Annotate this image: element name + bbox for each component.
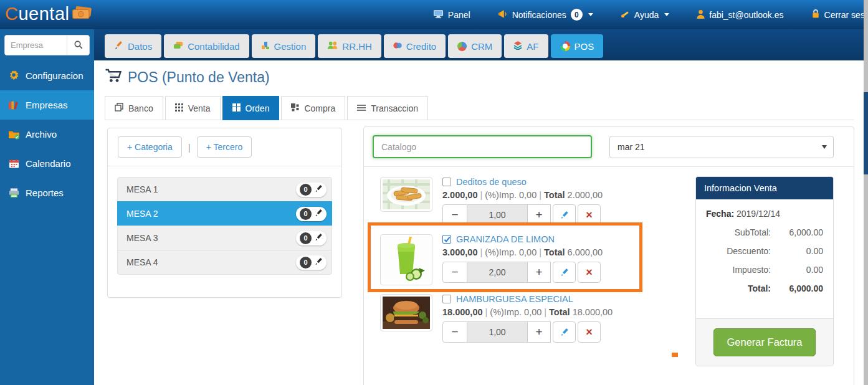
qty-minus-button[interactable]: − (442, 262, 467, 283)
tab-venta[interactable]: Venta (165, 96, 221, 120)
product-checkbox[interactable] (442, 178, 451, 186)
qty-input[interactable] (467, 321, 528, 343)
tab-label: Compra (304, 103, 335, 113)
nav-help-label: Ayuda (634, 10, 659, 20)
sidebar-item-label: Archivo (26, 129, 57, 140)
qty-input[interactable] (467, 204, 528, 226)
nav-user-account[interactable]: fabi_st@outlook.es (697, 9, 783, 21)
sidebar-item-configuracion[interactable]: Configuracion (0, 60, 94, 90)
tab-label: CRM (471, 41, 492, 52)
table-row-actions[interactable]: 0 (296, 255, 327, 270)
lock-icon (811, 9, 820, 21)
table-row-actions[interactable]: 0 (296, 207, 327, 221)
qty-minus-button[interactable]: − (442, 204, 467, 226)
total-label: Total: (706, 283, 780, 293)
add-category-button[interactable]: + Categoria (118, 136, 182, 158)
table-row-actions[interactable]: 0 (296, 183, 327, 197)
tab-transaccion[interactable]: Transaccion (347, 96, 428, 120)
tab-banco[interactable]: Banco (105, 96, 163, 120)
edit-pencil-icon[interactable] (315, 233, 323, 243)
page-scrollbar[interactable] (864, 0, 868, 385)
view-tabs: Banco Venta Orden Compra Transaccion (105, 96, 430, 120)
tab-label: Orden (246, 103, 270, 113)
sidebar-item-calendario[interactable]: Calendario (0, 149, 94, 178)
gear-icon (7, 70, 20, 81)
app-logo[interactable]: Cuental (5, 4, 93, 24)
sale-info-header: Informacion Venta (696, 177, 833, 199)
tab-contabilidad[interactable]: Contabilidad (164, 34, 249, 58)
tab-datos[interactable]: Datos (105, 34, 161, 58)
edit-product-button[interactable] (553, 262, 576, 283)
sidebar-menu: Configuracion Empresas Archivo Calendari… (0, 60, 94, 207)
wrench-icon (621, 9, 630, 21)
qty-minus-button[interactable]: − (442, 321, 467, 343)
product-checkbox[interactable] (442, 235, 451, 244)
table-row-mesa-2[interactable]: MESA 2 0 (117, 201, 332, 226)
tab-af[interactable]: AF (504, 34, 548, 58)
company-search (4, 35, 90, 55)
nav-notifications[interactable]: Notificaciones 0 (498, 9, 593, 21)
edit-pencil-icon[interactable] (315, 209, 323, 219)
product-name[interactable]: HAMBURGUESA ESPECIAL (456, 294, 573, 304)
product-info: Deditos de queso 2.000,00|(%)Imp. 0,00|T… (442, 177, 603, 226)
search-icon (74, 40, 83, 51)
tab-crm[interactable]: CRM (448, 34, 502, 58)
product-image-hamburguesa (380, 294, 432, 331)
qty-input[interactable] (467, 262, 528, 283)
megaphone-icon (498, 9, 508, 21)
product-checkbox[interactable] (442, 295, 451, 303)
table-row-actions[interactable]: 0 (296, 231, 327, 245)
product-name[interactable]: GRANIZADA DE LIMON (456, 234, 555, 244)
sale-info-body: Fecha: 2019/12/14 SubTotal: 6,000.00 Des… (696, 199, 833, 318)
edit-product-button[interactable] (553, 321, 576, 343)
tab-compra[interactable]: Compra (281, 96, 345, 120)
tables-panel-header: + Categoria | + Tercero (108, 128, 341, 166)
tab-gestion[interactable]: Gestion (252, 34, 316, 58)
qty-plus-button[interactable]: + (528, 204, 551, 226)
remove-product-button[interactable]: × (578, 321, 601, 343)
company-search-input[interactable] (5, 36, 67, 55)
stacked-cards-icon (173, 41, 183, 52)
remove-product-button[interactable]: × (578, 262, 601, 283)
tab-pos[interactable]: POS (551, 34, 604, 58)
books-icon (7, 100, 20, 110)
sidebar-item-empresas[interactable]: Empresas (0, 90, 94, 120)
chevron-down-icon (822, 145, 827, 149)
nav-panel-label: Panel (448, 10, 470, 20)
table-row-mesa-3[interactable]: MESA 3 0 (117, 226, 332, 250)
edit-pencil-icon[interactable] (315, 257, 323, 267)
qty-plus-button[interactable]: + (528, 321, 551, 343)
tab-orden[interactable]: Orden (222, 96, 280, 120)
tab-credito[interactable]: Credito (384, 34, 446, 58)
edit-product-button[interactable] (553, 204, 576, 226)
printer-icon (7, 188, 20, 198)
page-title: POS (Punto de Venta) (105, 69, 270, 87)
monitor-icon (433, 9, 444, 21)
catalog-filters: mar 21 (364, 127, 854, 167)
nav-help[interactable]: Ayuda (621, 9, 669, 21)
scrollbar-thumb[interactable] (864, 92, 868, 174)
edit-pencil-icon[interactable] (315, 184, 323, 194)
product-price-line: 2.000,00|(%)Imp. 0,00|Total 2.000,00 (442, 190, 603, 200)
product-tax: (%)Imp. 0,00 (490, 307, 541, 317)
table-row-mesa-1[interactable]: MESA 1 0 (117, 177, 332, 202)
nav-logout[interactable]: Cerrar sesi (811, 9, 867, 21)
catalog-search-input[interactable] (373, 135, 592, 158)
company-search-button[interactable] (67, 36, 88, 55)
date-select[interactable]: mar 21 (609, 136, 834, 158)
nav-panel[interactable]: Panel (433, 9, 470, 21)
remove-product-button[interactable]: × (578, 204, 601, 226)
generate-invoice-button[interactable]: Generar Factura (713, 328, 815, 356)
add-third-party-button[interactable]: + Tercero (197, 136, 252, 158)
sidebar-item-reportes[interactable]: Reportes (0, 178, 94, 207)
tab-label: RR.HH (342, 41, 372, 52)
product-price-line: 18.000,00|(%)Imp. 0,00|Total 18.000,00 (442, 307, 613, 317)
product-name[interactable]: Deditos de queso (456, 177, 527, 187)
table-row-mesa-4[interactable]: MESA 4 0 (117, 250, 332, 275)
tab-rrhh[interactable]: RR.HH (318, 34, 381, 58)
calendar-icon (7, 159, 20, 169)
qty-plus-button[interactable]: + (528, 262, 551, 283)
sidebar-item-label: Empresas (26, 100, 68, 110)
product-price: 3.000,00 (442, 247, 477, 257)
sidebar-item-archivo[interactable]: Archivo (0, 120, 94, 149)
